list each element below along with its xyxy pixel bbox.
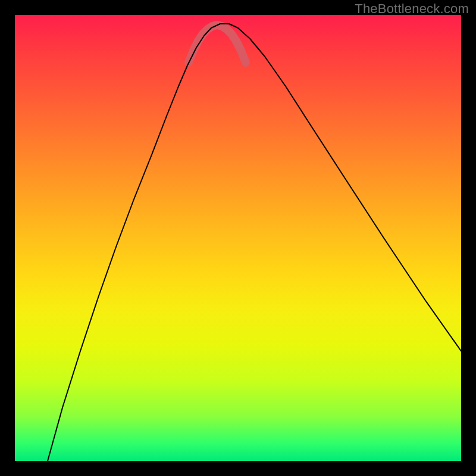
plot-area <box>15 15 461 461</box>
chart-frame: TheBottleneck.com <box>0 0 476 476</box>
bottleneck-curve <box>48 24 461 461</box>
curve-layer <box>15 15 461 461</box>
watermark-text: TheBottleneck.com <box>355 1 469 17</box>
bottom-highlight <box>189 25 246 62</box>
